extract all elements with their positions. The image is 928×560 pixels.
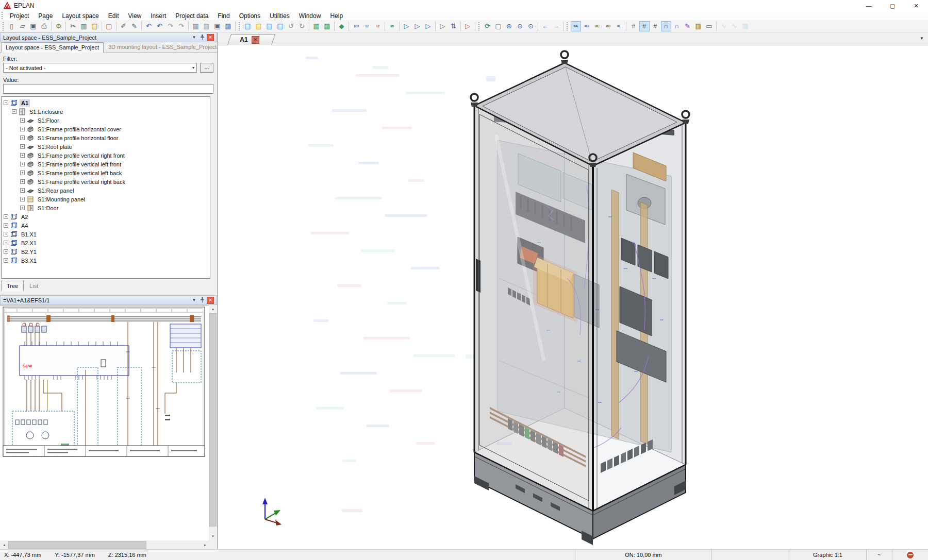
page-preview-icon[interactable]: ▣ (28, 21, 39, 31)
enclosure-3d-view[interactable] (218, 45, 928, 549)
redo-icon[interactable]: ↷ (165, 21, 176, 31)
toolbar-grip[interactable] (238, 22, 241, 31)
value-input[interactable] (3, 84, 213, 94)
plugin-icon[interactable]: ◆ (337, 21, 347, 31)
cut-icon[interactable]: ✂ (68, 21, 78, 31)
expand-icon[interactable]: + (20, 171, 25, 175)
expand-icon[interactable]: + (20, 197, 25, 201)
expand-icon[interactable]: + (20, 206, 25, 210)
tree-item-s1-frame-profile-vertical-left-back[interactable]: +S1:Frame profile vertical left back (2, 168, 210, 177)
menu-view[interactable]: View (123, 12, 146, 20)
rotate-left-icon[interactable]: ↺ (286, 21, 296, 31)
grid-c-icon[interactable]: #C (592, 21, 603, 31)
tree-item-s1-rear-panel[interactable]: +S1:Rear panel (2, 186, 210, 195)
page-properties-icon[interactable]: ▣ (212, 21, 223, 31)
toolbar-grip[interactable] (566, 22, 569, 31)
expand-icon[interactable]: + (4, 258, 8, 263)
preview-vertical-scrollbar[interactable]: ▲ ▼ (209, 305, 217, 540)
place-device-icon[interactable]: ▷ (438, 21, 448, 31)
paste-icon[interactable]: ▤ (90, 21, 100, 31)
snap-to-grid-icon[interactable]: # (639, 21, 650, 31)
grid-size-icon[interactable]: # (650, 21, 660, 31)
terminal-numbering-icon[interactable]: 12 (362, 21, 372, 31)
menu-utilities[interactable]: Utilities (265, 12, 294, 20)
tree-item-s1-frame-profile-vertical-right-front[interactable]: +S1:Frame profile vertical right front (2, 151, 210, 160)
tab-layout-space[interactable]: Layout space - ESS_Sample_Project (1, 42, 104, 53)
snap-magnet-icon[interactable]: ∩ (661, 21, 671, 31)
grid-d-icon[interactable]: #D (603, 21, 614, 31)
tree-item-a4[interactable]: +A4 (2, 221, 210, 230)
toolbar-grip[interactable] (2, 22, 5, 31)
expand-icon[interactable]: + (4, 241, 8, 245)
grid-a-icon[interactable]: #A (571, 21, 581, 31)
design-mode-icon[interactable]: ∩ (672, 21, 682, 31)
tree-item-b3-x1[interactable]: +B3.X1 (2, 256, 210, 265)
navigator-icon[interactable]: ▤ (243, 21, 253, 31)
tree-item-a1[interactable]: −A1 (2, 98, 210, 107)
tab-list[interactable]: List (24, 281, 44, 292)
menu-project-data[interactable]: Project data (171, 12, 213, 20)
device-numbering-icon[interactable]: 123 (351, 21, 361, 31)
window-macro-icon[interactable]: ▤ (275, 21, 286, 31)
schematic-preview[interactable]: SEW (0, 305, 209, 540)
print-icon[interactable]: ⎙ (39, 21, 49, 31)
keyboard-icon[interactable]: ▭ (704, 21, 715, 31)
layout-space-list-icon[interactable]: ▦ (322, 21, 333, 31)
collapse-icon[interactable]: − (12, 109, 16, 114)
expand-icon[interactable]: + (20, 127, 25, 131)
expand-icon[interactable]: + (20, 162, 25, 166)
open-icon[interactable]: ▱ (18, 21, 28, 31)
tree-item-s1-enclosure[interactable]: −S1:Enclosure (2, 107, 210, 116)
grid-e-icon[interactable]: #E (614, 21, 624, 31)
dock-close-icon[interactable]: ✕ (207, 34, 214, 41)
tab-close-icon[interactable]: ✕ (252, 36, 259, 44)
refresh-icon[interactable]: ⟳ (483, 21, 493, 31)
menu-project[interactable]: Project (5, 12, 34, 20)
collapse-icon[interactable]: − (4, 100, 8, 105)
expand-icon[interactable]: + (4, 232, 8, 236)
menu-edit[interactable]: Edit (104, 12, 124, 20)
logic-edit-icon[interactable]: ✎ (683, 21, 693, 31)
generate-connections-icon[interactable]: ▷ (412, 21, 423, 31)
selection-icon[interactable]: ▢ (104, 21, 114, 31)
scroll-left-icon[interactable]: ◄ (0, 540, 8, 549)
expand-icon[interactable]: + (20, 153, 25, 158)
format-brush-icon[interactable]: ✐ (119, 21, 129, 31)
ripple-1-icon[interactable]: ∿ (719, 21, 729, 31)
document-tab-a1[interactable]: A1 ✕ (227, 34, 272, 45)
dock-horizontal-scrollbar[interactable]: ◄ ► (0, 540, 209, 549)
preview-close-icon[interactable]: ✕ (207, 297, 214, 304)
menu-help[interactable]: Help (325, 12, 347, 20)
insert-window-2-icon[interactable]: ▦ (202, 21, 212, 31)
zoom-in-icon[interactable]: ⊕ (504, 21, 515, 31)
scroll-down-icon[interactable]: ▼ (209, 532, 217, 540)
device-table-icon[interactable]: ▦ (223, 21, 234, 31)
combo-arrow-icon[interactable]: ▾ (192, 65, 194, 70)
new-icon[interactable]: ▯ (7, 21, 17, 31)
dock-dropdown-icon[interactable]: ▼ (190, 33, 198, 41)
tree-item-s1-frame-profile-horizontal-cover[interactable]: +S1:Frame profile horizontal cover (2, 125, 210, 133)
forward-icon[interactable]: → (551, 21, 561, 31)
update-connections-icon[interactable]: ▷ (402, 21, 412, 31)
dock-pin-icon[interactable] (198, 33, 206, 41)
tree-item-b1-x1[interactable]: +B1.X1 (2, 230, 210, 239)
toolbar-grip[interactable] (478, 22, 480, 31)
scroll-up-icon[interactable]: ▲ (209, 305, 217, 313)
route-wires-icon[interactable]: ⇅ (449, 21, 459, 31)
copy-icon[interactable]: ▥ (79, 21, 89, 31)
rotate-right-icon[interactable]: ↻ (297, 21, 307, 31)
filter-browse-button[interactable]: ... (200, 63, 213, 73)
menu-page[interactable]: Page (34, 12, 57, 20)
tree-item-s1-door[interactable]: +S1:Door (2, 203, 210, 212)
zoom-window-icon[interactable]: ▢ (493, 21, 504, 31)
preview-dropdown-icon[interactable]: ▼ (190, 296, 198, 304)
layout-space-navigator-icon[interactable]: ▦ (311, 21, 322, 31)
menu-options[interactable]: Options (235, 12, 265, 20)
zoom-100-icon[interactable]: ⊙ (526, 21, 536, 31)
tree-item-s1-frame-profile-vertical-left-front[interactable]: +S1:Frame profile vertical left front (2, 160, 210, 168)
tree-item-s1-floor[interactable]: +S1:Floor (2, 116, 210, 125)
tree-item-b2-y1[interactable]: +B2.Y1 (2, 247, 210, 256)
preview-pin-icon[interactable] (198, 296, 206, 304)
cable-numbering-icon[interactable]: 12 (373, 21, 383, 31)
expand-icon[interactable]: + (4, 223, 8, 228)
